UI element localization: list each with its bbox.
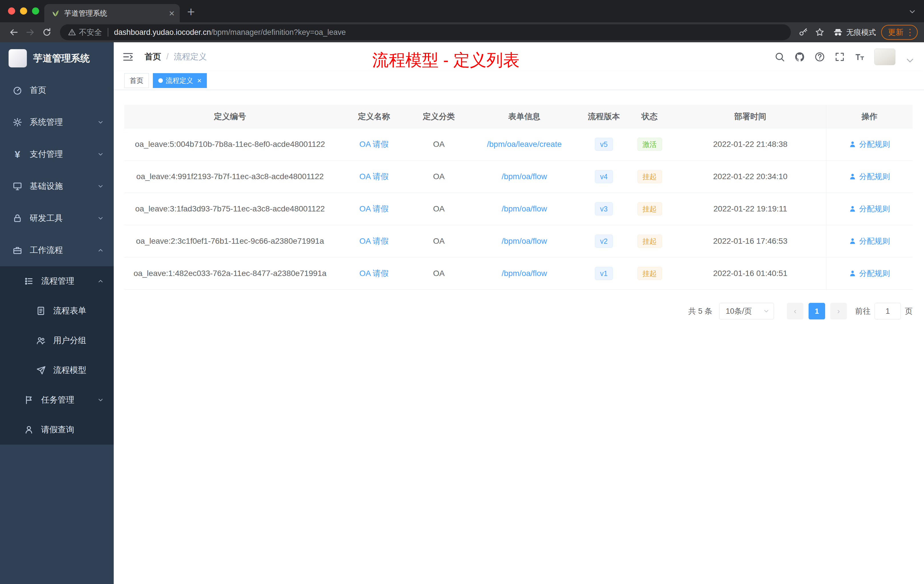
sidebar-item[interactable]: 流程管理 [0,266,114,296]
sidebar-item[interactable]: ¥支付管理 [0,138,114,170]
column-header: 表单信息 [465,105,583,128]
sidebar-item[interactable]: 工作流程 [0,234,114,266]
security-indicator[interactable]: 不安全 [68,27,102,38]
sidebar-item-label: 基础设施 [30,181,63,192]
user-avatar[interactable] [874,49,896,65]
table-row: oa_leave:1:482ec033-762a-11ec-8477-a2380… [124,257,912,290]
column-header: 定义分类 [412,105,465,128]
back-button[interactable] [6,25,21,40]
browser-tab[interactable]: 芋道管理系统 × [44,4,180,22]
status-tag: 挂起 [637,267,662,280]
assign-rule-link[interactable]: 分配规则 [849,268,890,279]
table-row: oa_leave:5:004b710b-7b8a-11ec-8ef0-acde4… [124,128,912,160]
definition-name-link[interactable]: OA 请假 [360,236,389,247]
definition-id: oa_leave:3:1fad3d93-7b75-11ec-a3c8-acde4… [124,193,336,225]
address-bar[interactable]: 不安全 dashboard.yudao.iocoder.cn /bpm/mana… [60,24,791,40]
definition-name-link[interactable]: OA 请假 [360,171,389,182]
sidebar-item[interactable]: 流程表单 [0,296,114,326]
app-logo [8,49,27,68]
assign-rule-link[interactable]: 分配规则 [849,139,890,149]
chevron-down-icon [97,215,104,222]
assign-rule-label: 分配规则 [859,172,890,182]
table-row: oa_leave:2:3c1f0ef1-76b1-11ec-9c66-a2380… [124,225,912,257]
sidebar-item[interactable]: 任务管理 [0,385,114,415]
goto-page-input[interactable] [874,303,901,319]
chevron-up-icon [97,247,104,254]
status-tag: 挂起 [637,234,662,248]
assign-rule-link[interactable]: 分配规则 [849,236,890,246]
gear-icon [13,117,22,127]
form-info-link[interactable]: /bpm/oa/leave/create [487,140,562,149]
sidebar-logo-row: 芋道管理系统 [0,42,114,74]
sidebar-item-label: 首页 [30,84,46,96]
minimize-window-button[interactable] [20,7,27,15]
active-tag-dot [158,78,163,83]
new-tab-button[interactable]: + [187,5,195,18]
search-icon[interactable] [774,51,785,62]
table-header-row: 定义编号 定义名称 定义分类 表单信息 流程版本 状态 部署时间 操作 [124,105,912,128]
page-size-value: 10条/页 [726,306,752,316]
definition-category: OA [412,128,465,160]
sidebar-item-label: 支付管理 [30,148,63,160]
sidebar-item[interactable]: 研发工具 [0,202,114,234]
sidebar-item[interactable]: 首页 [0,74,114,106]
next-page-button[interactable]: › [830,303,847,319]
github-icon[interactable] [794,51,805,62]
fullscreen-icon[interactable] [834,51,845,62]
deploy-time: 2022-01-22 21:48:38 [675,128,826,160]
definition-name-link[interactable]: OA 请假 [360,203,389,214]
prev-page-button[interactable]: ‹ [787,303,804,319]
definition-category: OA [412,193,465,225]
avatar-dropdown-icon[interactable] [904,55,916,66]
version-tag: v3 [595,202,612,215]
browser-menu-icon[interactable]: ⋮ [906,28,914,36]
sidebar-item[interactable]: 用户分组 [0,326,114,355]
incognito-badge: 无痕模式 [833,27,876,38]
form-info-link[interactable]: /bpm/oa/flow [502,204,547,213]
forward-button[interactable] [23,25,38,40]
form-info-link[interactable]: /bpm/oa/flow [502,269,547,278]
page-number-button[interactable]: 1 [808,303,825,319]
font-size-icon[interactable] [854,51,865,62]
sidebar-toggle-icon[interactable] [122,51,134,63]
form-info-link[interactable]: /bpm/oa/flow [502,237,547,246]
breadcrumb-home[interactable]: 首页 [145,51,161,63]
form-icon [36,306,46,316]
maximize-window-button[interactable] [32,7,39,15]
dashboard-icon [13,86,22,95]
sidebar-item[interactable]: 基础设施 [0,170,114,202]
password-key-icon[interactable] [798,27,808,37]
users-icon [36,336,46,345]
definition-id: oa_leave:2:3c1f0ef1-76b1-11ec-9c66-a2380… [124,225,336,257]
form-info-link[interactable]: /bpm/oa/flow [502,172,547,181]
help-icon[interactable] [814,51,825,62]
bookmark-star-icon[interactable] [815,27,825,37]
window-controls [8,7,39,15]
assign-rule-link[interactable]: 分配规则 [849,172,890,182]
tag-process-definition[interactable]: 流程定义 × [153,73,207,88]
tab-close-icon[interactable]: × [169,8,175,18]
page-size-select[interactable]: 10条/页 [719,303,774,319]
sidebar-item[interactable]: 请假查询 [0,415,114,445]
update-button[interactable]: 更新 ⋮ [881,25,918,40]
yen-icon: ¥ [13,149,22,159]
briefcase-icon [13,246,22,255]
sidebar-item[interactable]: 系统管理 [0,106,114,138]
column-header: 部署时间 [675,105,826,128]
sidebar-item[interactable]: 流程模型 [0,355,114,385]
reload-button[interactable] [40,25,54,40]
assign-rule-label: 分配规则 [859,268,890,279]
definition-name-link[interactable]: OA 请假 [360,139,389,150]
url-host: dashboard.yudao.iocoder.cn [114,28,211,37]
update-label: 更新 [888,27,903,38]
tag-close-icon[interactable]: × [197,77,201,84]
tag-home[interactable]: 首页 [124,73,149,88]
incognito-icon [833,27,843,37]
person-icon [849,140,856,148]
close-window-button[interactable] [8,7,15,15]
definition-name-link[interactable]: OA 请假 [360,268,389,279]
assign-rule-link[interactable]: 分配规则 [849,204,890,214]
tab-list-chevron-icon[interactable] [908,7,917,16]
sidebar-item-label: 请假查询 [41,424,74,436]
sidebar-item-label: 系统管理 [30,117,63,128]
